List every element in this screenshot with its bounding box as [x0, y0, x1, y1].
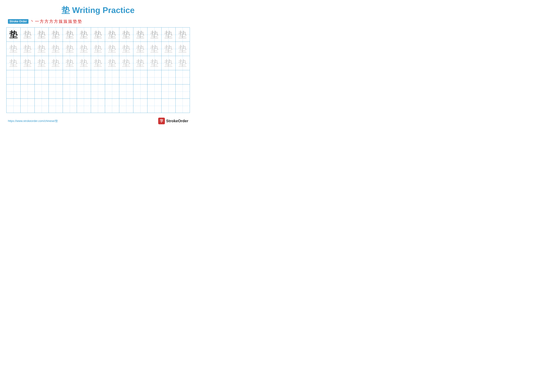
grid-cell: 垫	[77, 56, 91, 70]
page-title: 垫 Writing Practice	[6, 5, 190, 16]
grid-cell	[133, 85, 147, 99]
grid-cell: 垫	[7, 28, 21, 42]
grid-cell	[7, 99, 21, 113]
grid-cell: 垫	[147, 28, 161, 42]
grid-cell: 垫	[119, 42, 133, 56]
grid-cell: 垫	[105, 56, 119, 70]
grid-cell	[21, 99, 35, 113]
grid-cell	[49, 99, 63, 113]
grid-cell: 垫	[21, 28, 35, 42]
grid-cell	[21, 70, 35, 84]
grid-cell: 垫	[175, 56, 190, 70]
brand-name: StrokeOrder	[166, 119, 188, 123]
grid-cell: 垫	[119, 28, 133, 42]
grid-row-2: 垫 垫 垫 垫 垫 垫 垫 垫 垫 垫 垫 垫	[7, 42, 190, 56]
grid-cell: 垫	[21, 56, 35, 70]
grid-cell	[161, 85, 175, 99]
grid-cell	[133, 99, 147, 113]
grid-cell: 垫	[49, 28, 63, 42]
grid-cell	[35, 99, 49, 113]
grid-cell	[119, 85, 133, 99]
grid-cell	[91, 70, 105, 84]
grid-cell	[49, 70, 63, 84]
grid-cell: 垫	[63, 28, 77, 42]
grid-cell	[133, 70, 147, 84]
grid-cell	[175, 85, 190, 99]
grid-row-1: 垫 垫 垫 垫 垫 垫 垫 垫 垫 垫 垫 垫	[7, 28, 190, 42]
grid-cell	[21, 85, 35, 99]
footer-brand: 字 StrokeOrder	[158, 118, 188, 124]
grid-cell: 垫	[49, 56, 63, 70]
grid-cell	[175, 70, 190, 84]
grid-cell	[105, 85, 119, 99]
grid-cell: 垫	[147, 56, 161, 70]
grid-cell: 垫	[91, 42, 105, 56]
grid-cell: 垫	[133, 28, 147, 42]
grid-cell: 垫	[77, 42, 91, 56]
grid-cell: 垫	[49, 42, 63, 56]
grid-cell: 垫	[105, 42, 119, 56]
grid-cell: 垫	[133, 42, 147, 56]
grid-cell: 垫	[175, 28, 190, 42]
grid-cell	[161, 70, 175, 84]
grid-cell: 垫	[91, 56, 105, 70]
grid-cell	[77, 70, 91, 84]
grid-cell	[77, 99, 91, 113]
grid-cell	[147, 85, 161, 99]
grid-cell: 垫	[119, 56, 133, 70]
stroke-order-row: Stroke Order 丶 一 方 方 方 方 旊 旊 旊 垫 垫	[6, 19, 190, 24]
grid-cell: 垫	[77, 28, 91, 42]
grid-cell: 垫	[147, 42, 161, 56]
grid-cell: 垫	[21, 42, 35, 56]
grid-cell	[91, 99, 105, 113]
grid-cell: 垫	[63, 42, 77, 56]
grid-row-4	[7, 70, 190, 85]
grid-cell: 垫	[161, 28, 175, 42]
footer-url[interactable]: https://www.strokeorder.com/chinese/垫	[8, 119, 58, 123]
grid-cell: 垫	[105, 28, 119, 42]
grid-cell	[77, 85, 91, 99]
stroke-order-badge: Stroke Order	[8, 19, 29, 24]
brand-icon: 字	[158, 118, 165, 124]
grid-cell	[7, 70, 21, 84]
grid-cell	[91, 85, 105, 99]
grid-cell	[175, 99, 190, 113]
grid-cell	[49, 85, 63, 99]
grid-row-3: 垫 垫 垫 垫 垫 垫 垫 垫 垫 垫 垫 垫	[7, 56, 190, 70]
grid-cell	[105, 99, 119, 113]
grid-cell	[119, 99, 133, 113]
grid-cell: 垫	[133, 56, 147, 70]
grid-cell: 垫	[7, 56, 21, 70]
grid-cell: 垫	[35, 42, 49, 56]
grid-cell	[119, 70, 133, 84]
grid-cell	[7, 85, 21, 99]
grid-cell: 垫	[35, 28, 49, 42]
grid-cell: 垫	[91, 28, 105, 42]
practice-grid: 垫 垫 垫 垫 垫 垫 垫 垫 垫 垫 垫 垫	[6, 27, 190, 113]
grid-row-5	[7, 85, 190, 99]
grid-cell: 垫	[63, 56, 77, 70]
grid-cell	[161, 99, 175, 113]
grid-cell: 垫	[7, 42, 21, 56]
grid-row-6	[7, 99, 190, 113]
grid-cell	[105, 70, 119, 84]
grid-cell: 垫	[161, 56, 175, 70]
grid-cell: 垫	[175, 42, 190, 56]
grid-cell	[63, 85, 77, 99]
grid-cell	[35, 70, 49, 84]
grid-cell	[35, 85, 49, 99]
grid-cell	[147, 70, 161, 84]
stroke-sequence: 丶 一 方 方 方 方 旊 旊 旊 垫 垫	[30, 19, 82, 24]
footer: https://www.strokeorder.com/chinese/垫 字 …	[6, 118, 190, 124]
grid-cell	[63, 99, 77, 113]
grid-cell	[147, 99, 161, 113]
grid-cell	[63, 70, 77, 84]
grid-cell: 垫	[35, 56, 49, 70]
grid-cell: 垫	[161, 42, 175, 56]
